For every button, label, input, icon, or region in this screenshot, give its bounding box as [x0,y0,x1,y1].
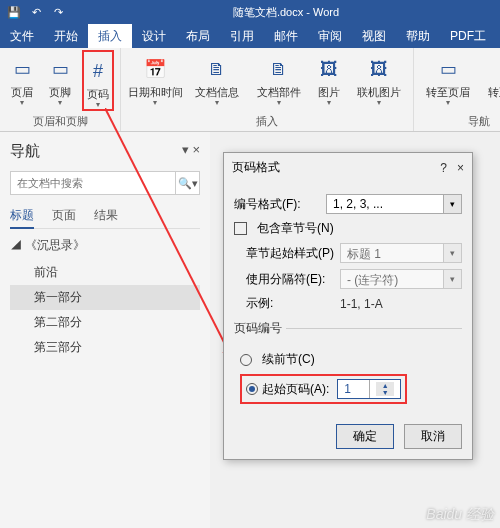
ribbon-页脚[interactable]: ▭页脚▾ [44,50,76,111]
tab-邮件[interactable]: 邮件 [264,24,308,48]
group-label: 导航 [468,112,490,131]
tab-布局[interactable]: 布局 [176,24,220,48]
联机图片-icon: 🖼 [364,54,394,84]
example-value: 1-1, 1-A [340,297,383,311]
page-number-format-dialog: 页码格式 ? × 编号格式(F): 1, 2, 3, ... ▾ 包含章节号(N… [223,152,473,460]
example-label: 示例: [234,295,334,312]
tab-审阅[interactable]: 审阅 [308,24,352,48]
chevron-down-icon: ▾ [20,98,24,107]
start-label: 起始页码(A): [262,381,329,398]
tab-插入[interactable]: 插入 [88,24,132,48]
separator-label: 使用分隔符(E): [234,271,334,288]
ribbon-联机图片[interactable]: 🖼联机图片▾ [351,50,407,107]
format-value: 1, 2, 3, ... [327,195,443,213]
ribbon-图片[interactable]: 🖼图片▾ [313,50,345,107]
ribbon-页码[interactable]: #页码▾ [82,50,114,111]
tree-root[interactable]: ◢ 《沉思录》 [10,237,200,254]
chapter-checkbox[interactable] [234,222,247,235]
tree-item[interactable]: 前沿 [10,260,200,285]
tab-PDF工[interactable]: PDF工 [440,24,496,48]
undo-icon[interactable]: ↶ [28,4,44,20]
group-label: 插入 [256,112,278,131]
ribbon-日期和时间[interactable]: 📅日期和时间▾ [127,50,183,107]
format-label: 编号格式(F): [234,196,320,213]
ok-button[interactable]: 确定 [336,424,394,449]
页脚-icon: ▭ [45,54,75,84]
chevron-down-icon: ▾ [377,98,381,107]
chevron-down-icon: ▾ [58,98,62,107]
separator-value: - (连字符) [341,270,443,288]
tree-item[interactable]: 第一部分 [10,285,200,310]
chevron-down-icon[interactable]: ▾ [443,195,461,213]
tree-item[interactable]: 第二部分 [10,310,200,335]
numbering-legend: 页码编号 [234,320,286,337]
separator-combo[interactable]: - (连字符) ▾ [340,269,462,289]
continue-radio[interactable] [240,354,252,366]
tab-引用[interactable]: 引用 [220,24,264,48]
图片-icon: 🖼 [314,54,344,84]
转至页眉-icon: ▭ [433,54,463,84]
chapter-style-label: 章节起始样式(P) [234,245,334,262]
文档部件-icon: 🗎 [264,54,294,84]
nav-tabs: 标题页面结果 [10,207,200,229]
ribbon-文档部件[interactable]: 🗎文档部件▾ [251,50,307,107]
ribbon-文档信息[interactable]: 🗎文档信息▾ [189,50,245,107]
tab-帮助[interactable]: 帮助 [396,24,440,48]
nav-tab-页面[interactable]: 页面 [52,207,76,224]
start-value: 1 [338,380,369,398]
continue-label: 续前节(C) [262,351,315,368]
chapter-label: 包含章节号(N) [257,220,334,237]
cancel-button[interactable]: 取消 [404,424,462,449]
watermark: Baidu 经验 [426,506,494,524]
spin-up-icon[interactable]: ▲ [376,382,395,389]
chevron-down-icon: ▾ [446,98,450,107]
转至页脚-icon: ▭ [495,54,500,84]
outline-tree: ◢ 《沉思录》 前沿第一部分第二部分第三部分 [10,237,200,360]
chevron-down-icon: ▾ [215,98,219,107]
tab-开始[interactable]: 开始 [44,24,88,48]
nav-title: 导航 [10,142,40,161]
save-icon[interactable]: 💾 [6,4,22,20]
ribbon-tabs: 文件开始插入设计布局引用邮件审阅视图帮助PDF工 [0,24,500,48]
chevron-down-icon: ▾ [443,244,461,262]
start-radio[interactable] [246,383,258,395]
help-icon[interactable]: ? [440,161,447,175]
ribbon: ▭页眉▾▭页脚▾#页码▾ 页眉和页脚 📅日期和时间▾🗎文档信息▾🗎文档部件▾🖼图… [0,48,500,132]
chevron-down-icon: ▾ [277,98,281,107]
ribbon-页眉[interactable]: ▭页眉▾ [6,50,38,111]
close-icon[interactable]: × [457,161,464,175]
ribbon-group-nav: ▭转至页眉▾▭转至页脚▾ 导航 [414,48,500,131]
文档信息-icon: 🗎 [202,54,232,84]
ribbon-group-insert: 📅日期和时间▾🗎文档信息▾🗎文档部件▾🖼图片▾🖼联机图片▾ 插入 [121,48,414,131]
redo-icon[interactable]: ↷ [50,4,66,20]
chevron-down-icon: ▾ [96,100,100,109]
日期和时间-icon: 📅 [140,54,170,84]
nav-tab-结果[interactable]: 结果 [94,207,118,224]
chevron-down-icon: ▾ [327,98,331,107]
spin-down-icon[interactable]: ▼ [376,389,395,396]
chevron-down-icon: ▾ [443,270,461,288]
chapter-style-value: 标题 1 [341,244,443,262]
tab-文件[interactable]: 文件 [0,24,44,48]
start-spinner[interactable]: 1 ▲▼ [337,379,401,399]
format-combo[interactable]: 1, 2, 3, ... ▾ [326,194,462,214]
search-icon[interactable]: 🔍▾ [175,172,199,194]
ribbon-转至页眉[interactable]: ▭转至页眉▾ [420,50,476,107]
navigation-pane: 导航 ▾ × 🔍▾ 标题页面结果 ◢ 《沉思录》 前沿第一部分第二部分第三部分 [0,132,210,528]
页眉-icon: ▭ [7,54,37,84]
ribbon-转至页脚[interactable]: ▭转至页脚▾ [482,50,500,107]
nav-tab-标题[interactable]: 标题 [10,207,34,229]
start-at-highlight: 起始页码(A): 1 ▲▼ [240,374,407,404]
tab-设计[interactable]: 设计 [132,24,176,48]
chevron-down-icon: ▾ [153,98,157,107]
chapter-style-combo[interactable]: 标题 1 ▾ [340,243,462,263]
search-box[interactable]: 🔍▾ [10,171,200,195]
页码-icon: # [83,56,113,86]
nav-dropdown-icon[interactable]: ▾ × [182,142,200,161]
search-input[interactable] [11,172,175,194]
group-label: 页眉和页脚 [33,112,88,131]
tree-item[interactable]: 第三部分 [10,335,200,360]
tab-视图[interactable]: 视图 [352,24,396,48]
ribbon-group-header-footer: ▭页眉▾▭页脚▾#页码▾ 页眉和页脚 [0,48,121,131]
window-title: 随笔文档.docx - Word [72,5,500,20]
